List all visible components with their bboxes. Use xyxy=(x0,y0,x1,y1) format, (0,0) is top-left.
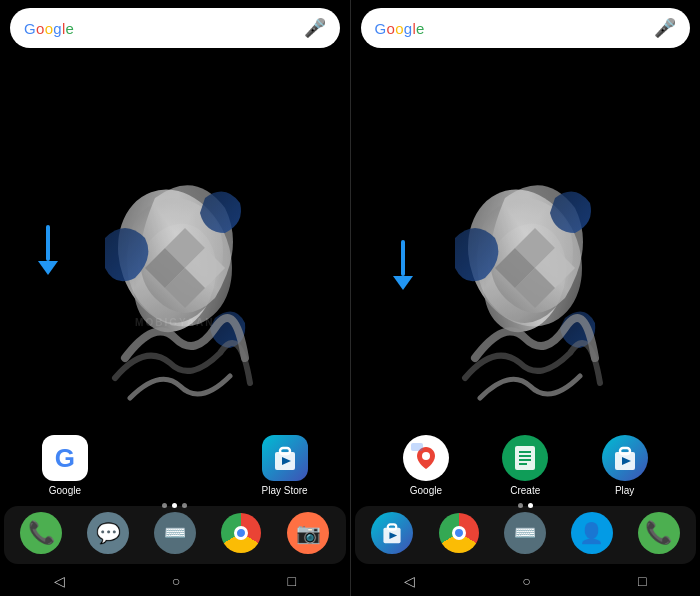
app-play-label-2: Play xyxy=(615,485,634,497)
nav-recents-1[interactable]: □ xyxy=(287,573,295,589)
sheets-icon-2 xyxy=(511,444,539,472)
dock-chrome-1[interactable] xyxy=(212,512,270,558)
nav-back-1[interactable]: ◁ xyxy=(54,573,65,589)
sculpture-svg-1 xyxy=(75,158,275,438)
arrow-head-2 xyxy=(393,276,413,290)
dock-2: ⌨️ 👤 📞 xyxy=(355,506,697,564)
svg-rect-9 xyxy=(411,443,423,451)
app-create-label-2: Create xyxy=(510,485,540,497)
app-play-2[interactable]: Play xyxy=(596,435,654,497)
app-google-2[interactable]: Google xyxy=(397,435,455,497)
playstore-icon-1 xyxy=(271,444,299,472)
google-logo-1: Google xyxy=(24,20,74,37)
dock-phone-1[interactable]: 📞 xyxy=(12,512,70,558)
app-row-2: Google Create xyxy=(351,435,701,497)
search-bar-2[interactable]: Google 🎤 xyxy=(361,8,691,48)
app-create-2[interactable]: Create xyxy=(496,435,554,497)
nav-recents-2[interactable]: □ xyxy=(638,573,646,589)
play-icon-2 xyxy=(611,444,639,472)
nav-bar-1: ◁ ○ □ xyxy=(0,566,350,596)
mic-icon-1[interactable]: 🎤 xyxy=(304,17,326,39)
dock-dialer-2[interactable]: ⌨️ xyxy=(496,512,554,558)
sculpture-svg-2 xyxy=(425,158,625,438)
messages-icon-1: 💬 xyxy=(96,521,121,545)
dialer-icon-1: ⌨️ xyxy=(164,522,186,544)
arrow-shaft-1 xyxy=(46,225,50,261)
google-logo-2: Google xyxy=(375,20,425,37)
app-playstore-label-1: Play Store xyxy=(261,485,307,497)
nav-home-2[interactable]: ○ xyxy=(522,573,530,589)
dock-play-2[interactable] xyxy=(363,512,421,558)
dock-dialer-1[interactable]: ⌨️ xyxy=(146,512,204,558)
home-apps-area-2: Google Create xyxy=(351,435,701,514)
svg-point-8 xyxy=(422,452,430,460)
dock-play-icon-2 xyxy=(380,521,404,545)
arrow-annotation-2 xyxy=(393,240,413,290)
google-g-icon-1: G xyxy=(55,443,75,474)
chrome-icon-1 xyxy=(221,513,261,553)
arrow-annotation-1 xyxy=(38,225,58,275)
dialer-icon-2: ⌨️ xyxy=(514,522,536,544)
mic-icon-2[interactable]: 🎤 xyxy=(654,17,676,39)
app-google-label-2: Google xyxy=(410,485,442,497)
phone-icon-1: 📞 xyxy=(28,520,55,546)
app-google-label-1: Google xyxy=(49,485,81,497)
maps-icon-2 xyxy=(409,441,443,475)
dock-camera-1[interactable]: 📷 xyxy=(279,512,337,558)
svg-rect-3 xyxy=(280,448,290,454)
phone-screen-2: Google 🎤 Google xyxy=(351,0,701,596)
phone-icon-2: 📞 xyxy=(645,520,672,546)
home-apps-area-1: G Google Play Store xyxy=(0,435,350,514)
svg-rect-10 xyxy=(515,446,535,470)
app-google-1[interactable]: G Google xyxy=(36,435,94,497)
chrome-icon-2 xyxy=(439,513,479,553)
camera-icon-1: 📷 xyxy=(296,521,321,545)
contacts-icon-2: 👤 xyxy=(579,521,604,545)
dock-phone-2[interactable]: 📞 xyxy=(630,512,688,558)
search-bar-1[interactable]: Google 🎤 xyxy=(10,8,340,48)
phone-screen-1: Google 🎤 G Google xyxy=(0,0,350,596)
dock-chrome-2[interactable] xyxy=(430,512,488,558)
dock-1: 📞 💬 ⌨️ 📷 xyxy=(4,506,346,564)
nav-back-2[interactable]: ◁ xyxy=(404,573,415,589)
arrow-head-1 xyxy=(38,261,58,275)
dock-messages-1[interactable]: 💬 xyxy=(79,512,137,558)
watermark-1: MOBIGYAAN xyxy=(135,317,214,328)
app-playstore-1[interactable]: Play Store xyxy=(256,435,314,497)
svg-rect-19 xyxy=(388,524,397,529)
arrow-shaft-2 xyxy=(401,240,405,276)
nav-home-1[interactable]: ○ xyxy=(172,573,180,589)
nav-bar-2: ◁ ○ □ xyxy=(351,566,701,596)
svg-rect-16 xyxy=(620,448,630,454)
dock-contacts-2[interactable]: 👤 xyxy=(563,512,621,558)
app-row-1: G Google Play Store xyxy=(0,435,350,497)
